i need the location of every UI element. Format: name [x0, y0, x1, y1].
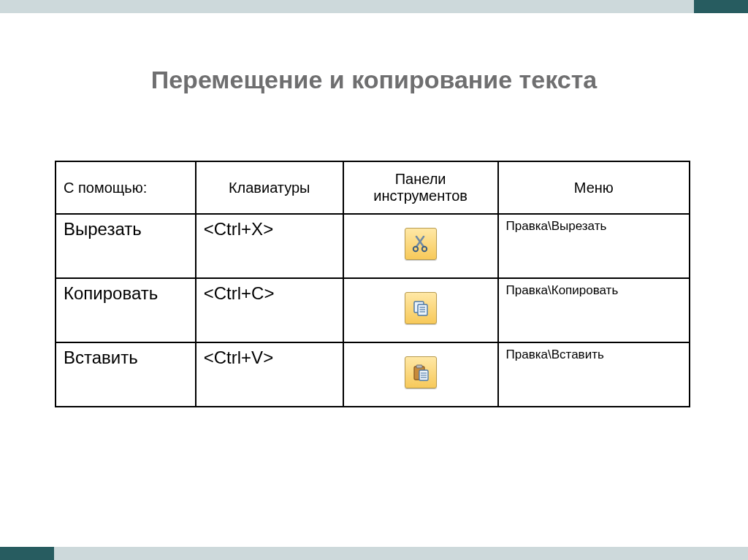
- table-header-row: С помощью: Клавиатуры Панели инструменто…: [56, 161, 690, 214]
- copy-icon: [405, 292, 437, 324]
- toolbar-icon-cell: [343, 214, 498, 278]
- svg-point-2: [413, 247, 417, 251]
- shortcuts-table: С помощью: Клавиатуры Панели инструменто…: [55, 161, 690, 407]
- header-keyboard: Клавиатуры: [196, 161, 343, 214]
- table-row: Копировать <Ctrl+C> Правка\Копировать: [56, 278, 690, 342]
- paste-icon: [405, 356, 437, 388]
- toolbar-icon-cell: [343, 342, 498, 407]
- operation-label: Копировать: [56, 278, 196, 342]
- menu-path-label: Правка\Копировать: [498, 278, 690, 342]
- decorative-bottom-stripe: [0, 547, 748, 560]
- operation-label: Вырезать: [56, 214, 196, 278]
- menu-path-label: Правка\Вставить: [498, 342, 690, 407]
- header-menu: Меню: [498, 161, 690, 214]
- cut-icon: [405, 228, 437, 260]
- slide-title: Перемещение и копирование текста: [0, 66, 748, 94]
- table-row: Вставить <Ctrl+V> Правка\Вставить: [56, 342, 690, 407]
- shortcut-label: <Ctrl+X>: [196, 214, 343, 278]
- shortcut-label: <Ctrl+C>: [196, 278, 343, 342]
- decorative-top-stripe: [0, 0, 748, 13]
- table-row: Вырезать <Ctrl+X> Правка\Вырезать: [56, 214, 690, 278]
- header-with: С помощью:: [56, 161, 196, 214]
- toolbar-icon-cell: [343, 278, 498, 342]
- svg-point-3: [421, 247, 426, 251]
- menu-path-label: Правка\Вырезать: [498, 214, 690, 278]
- svg-rect-10: [416, 365, 422, 368]
- header-toolbar: Панели инструментов: [343, 161, 498, 214]
- shortcut-label: <Ctrl+V>: [196, 342, 343, 407]
- operation-label: Вставить: [56, 342, 196, 407]
